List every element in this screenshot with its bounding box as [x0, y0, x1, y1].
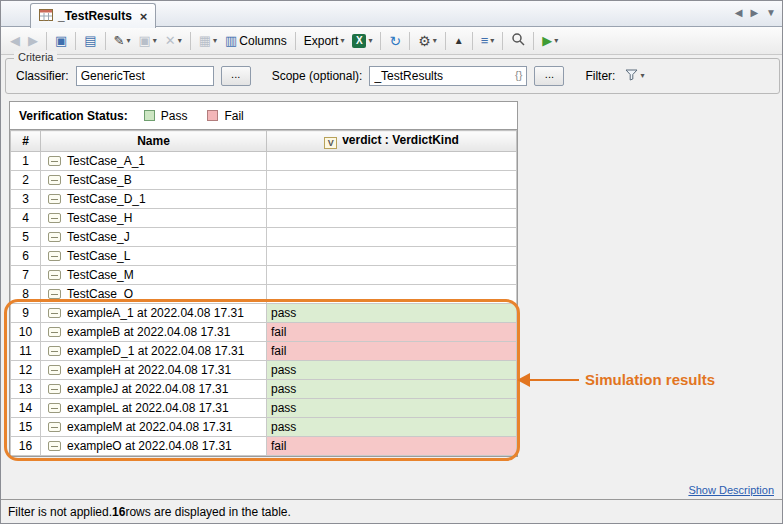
row-index-cell[interactable]: 7: [11, 266, 41, 285]
header-index[interactable]: #: [11, 131, 41, 152]
show-description-link[interactable]: Show Description: [688, 484, 774, 496]
row-verdict-cell[interactable]: [267, 209, 517, 228]
row-name-cell[interactable]: TestCase_B: [41, 171, 267, 190]
filter-button[interactable]: ▾: [622, 66, 647, 86]
row-verdict-cell[interactable]: pass: [267, 361, 517, 380]
table-row[interactable]: 6 TestCase_L: [11, 247, 517, 266]
row-verdict-cell[interactable]: [267, 190, 517, 209]
row-index-cell[interactable]: 14: [11, 399, 41, 418]
row-index-cell[interactable]: 1: [11, 152, 41, 171]
row-index-cell[interactable]: 9: [11, 304, 41, 323]
row-index-cell[interactable]: 3: [11, 190, 41, 209]
row-verdict-cell[interactable]: pass: [267, 304, 517, 323]
row-index-cell[interactable]: 10: [11, 323, 41, 342]
row-index-cell[interactable]: 8: [11, 285, 41, 304]
row-name-cell[interactable]: exampleM at 2022.04.08 17.31: [41, 418, 267, 437]
copy-rows-button[interactable]: ▣: [52, 30, 70, 52]
row-verdict-cell[interactable]: fail: [267, 323, 517, 342]
table-row[interactable]: 9 exampleA_1 at 2022.04.08 17.31 pass: [11, 304, 517, 323]
table-row[interactable]: 4 TestCase_H: [11, 209, 517, 228]
scope-browse-button[interactable]: ...: [534, 66, 564, 86]
row-verdict-cell[interactable]: [267, 266, 517, 285]
table-row[interactable]: 11 exampleD_1 at 2022.04.08 17.31 fail: [11, 342, 517, 361]
table-row[interactable]: 7 TestCase_M: [11, 266, 517, 285]
tab-list-icon[interactable]: ▼: [766, 7, 776, 18]
scope-input[interactable]: [369, 66, 527, 86]
columns-button[interactable]: ▥Columns: [222, 30, 290, 52]
generate-report-button[interactable]: ▤: [81, 30, 99, 52]
tab-scroll-left-icon[interactable]: ◀: [735, 7, 743, 18]
scope-context-icon: {}: [515, 69, 522, 81]
row-verdict-cell[interactable]: fail: [267, 437, 517, 456]
row-verdict-cell[interactable]: fail: [267, 342, 517, 361]
row-name-cell[interactable]: exampleA_1 at 2022.04.08 17.31: [41, 304, 267, 323]
table-row[interactable]: 12 exampleH at 2022.04.08 17.31 pass: [11, 361, 517, 380]
header-name[interactable]: Name: [41, 131, 267, 152]
row-name-cell[interactable]: TestCase_M: [41, 266, 267, 285]
view-mode-button[interactable]: ≡▾: [478, 30, 498, 52]
row-verdict-cell[interactable]: [267, 285, 517, 304]
row-index-cell[interactable]: 5: [11, 228, 41, 247]
classifier-browse-button[interactable]: ...: [221, 66, 251, 86]
header-verdict[interactable]: Vverdict : VerdictKind: [267, 131, 517, 152]
row-name-cell[interactable]: TestCase_J: [41, 228, 267, 247]
forward-button[interactable]: ▶: [25, 30, 41, 52]
export-button[interactable]: Export▾: [301, 30, 348, 52]
row-index-cell[interactable]: 15: [11, 418, 41, 437]
row-name-cell[interactable]: TestCase_H: [41, 209, 267, 228]
search-button[interactable]: [508, 30, 528, 52]
export-excel-button[interactable]: X▾: [349, 30, 375, 52]
row-verdict-cell[interactable]: pass: [267, 418, 517, 437]
table-row[interactable]: 14 exampleL at 2022.04.08 17.31 pass: [11, 399, 517, 418]
row-name-cell[interactable]: TestCase_D_1: [41, 190, 267, 209]
toolbar-separator: [502, 32, 503, 50]
row-name-cell[interactable]: TestCase_L: [41, 247, 267, 266]
chevron-down-icon: ▾: [153, 37, 157, 45]
row-verdict-cell[interactable]: [267, 171, 517, 190]
table-row[interactable]: 16 exampleO at 2022.04.08 17.31 fail: [11, 437, 517, 456]
row-name-cell[interactable]: exampleD_1 at 2022.04.08 17.31: [41, 342, 267, 361]
row-index-cell[interactable]: 16: [11, 437, 41, 456]
row-name-text: TestCase_D_1: [67, 192, 146, 206]
add-existing-button[interactable]: ▣▾: [136, 30, 160, 52]
row-name-cell[interactable]: exampleO at 2022.04.08 17.31: [41, 437, 267, 456]
table-row[interactable]: 8 TestCase_O: [11, 285, 517, 304]
row-index-cell[interactable]: 2: [11, 171, 41, 190]
table-row[interactable]: 13 exampleJ at 2022.04.08 17.31 pass: [11, 380, 517, 399]
tab-testresults[interactable]: _TestResults ×: [30, 3, 156, 28]
row-verdict-cell[interactable]: [267, 228, 517, 247]
tab-scroll-right-icon[interactable]: ▶: [750, 7, 758, 18]
row-index-cell[interactable]: 6: [11, 247, 41, 266]
row-name-cell[interactable]: exampleH at 2022.04.08 17.31: [41, 361, 267, 380]
row-verdict-cell[interactable]: [267, 247, 517, 266]
row-index-cell[interactable]: 12: [11, 361, 41, 380]
options-button[interactable]: ⚙▾: [415, 30, 440, 52]
run-simulation-button[interactable]: ▶▾: [539, 30, 561, 52]
row-index-cell[interactable]: 4: [11, 209, 41, 228]
move-rows-button[interactable]: ▦▾: [196, 30, 220, 52]
row-index-cell[interactable]: 11: [11, 342, 41, 361]
table-row[interactable]: 15 exampleM at 2022.04.08 17.31 pass: [11, 418, 517, 437]
edit-button[interactable]: ✎▾: [111, 30, 134, 52]
table-row[interactable]: 5 TestCase_J: [11, 228, 517, 247]
collapse-toolbar-button[interactable]: ▲: [451, 30, 467, 52]
row-verdict-cell[interactable]: pass: [267, 399, 517, 418]
row-name-cell[interactable]: TestCase_A_1: [41, 152, 267, 171]
row-name-cell[interactable]: exampleJ at 2022.04.08 17.31: [41, 380, 267, 399]
row-name-cell[interactable]: exampleL at 2022.04.08 17.31: [41, 399, 267, 418]
close-icon[interactable]: ×: [140, 9, 148, 24]
row-name-cell[interactable]: exampleB at 2022.04.08 17.31: [41, 323, 267, 342]
row-verdict-cell[interactable]: [267, 152, 517, 171]
delete-button[interactable]: ✕▾: [162, 30, 185, 52]
table-row[interactable]: 10 exampleB at 2022.04.08 17.31 fail: [11, 323, 517, 342]
table-row[interactable]: 2 TestCase_B: [11, 171, 517, 190]
row-name-cell[interactable]: TestCase_O: [41, 285, 267, 304]
classifier-input[interactable]: [76, 66, 214, 86]
row-verdict-cell[interactable]: pass: [267, 380, 517, 399]
table-row[interactable]: 3 TestCase_D_1: [11, 190, 517, 209]
back-button[interactable]: ◀: [7, 30, 23, 52]
refresh-button[interactable]: ↻: [386, 30, 404, 52]
row-name-text: exampleD_1 at 2022.04.08 17.31: [67, 344, 244, 358]
table-row[interactable]: 1 TestCase_A_1: [11, 152, 517, 171]
row-index-cell[interactable]: 13: [11, 380, 41, 399]
